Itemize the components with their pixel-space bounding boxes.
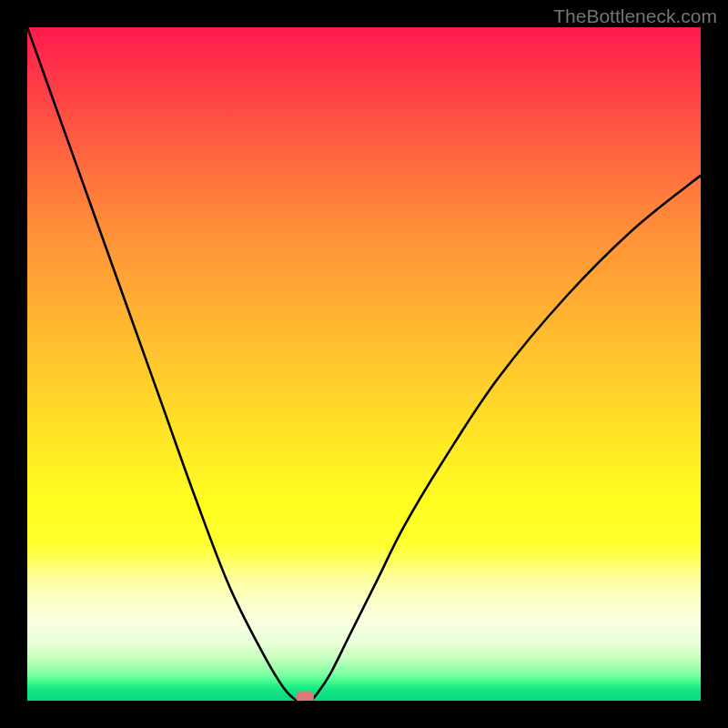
watermark-text: TheBottleneck.com — [553, 5, 717, 27]
curve-svg — [27, 27, 701, 701]
bottleneck-curve — [27, 27, 701, 701]
optimal-point-marker — [296, 692, 314, 701]
plot-area — [27, 27, 701, 701]
